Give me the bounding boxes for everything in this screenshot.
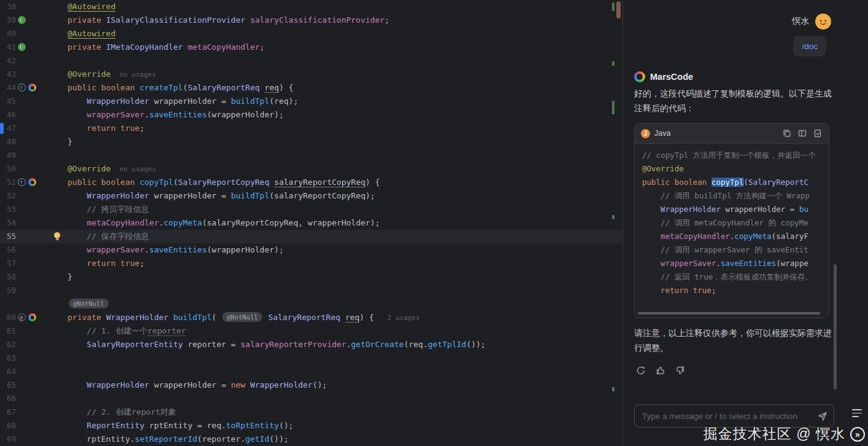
line-number[interactable]: 56	[7, 243, 16, 257]
line-number[interactable]: 66	[7, 392, 16, 405]
editor-line[interactable]: 61 // 1. 创建一个reporter	[0, 324, 622, 338]
editor-line[interactable]: 52 WrapperHolder wrapperHolder = buildTp…	[0, 189, 622, 203]
line-number[interactable]: 50	[7, 162, 16, 176]
thumbs-up-icon[interactable]	[655, 365, 666, 376]
editor-line[interactable]: 66	[0, 392, 622, 405]
editor-line[interactable]: 41private IMetaCopyHandler metaCopyHandl…	[0, 41, 622, 54]
send-icon[interactable]	[818, 411, 827, 421]
editor-line[interactable]: 42	[0, 54, 622, 68]
code-token: WrapperHolder	[68, 96, 154, 106]
code-token: ISalaryClassificationProvider	[106, 15, 250, 25]
line-number[interactable]: 58	[7, 270, 16, 284]
line-number[interactable]: 46	[7, 108, 16, 122]
line-number[interactable]: 40	[7, 27, 16, 41]
editor-scrollbar[interactable]	[613, 0, 622, 446]
editor-line[interactable]: 51public boolean copyTpl(SalaryReportCop…	[0, 176, 622, 189]
chat-input-box[interactable]	[634, 404, 834, 428]
line-number[interactable]: 45	[7, 95, 16, 108]
code-editor[interactable]: 38@Autowired39private ISalaryClassificat…	[0, 0, 622, 446]
code-token: wrapperSaver	[642, 259, 716, 268]
editor-line[interactable]: 47 return true;	[0, 122, 622, 135]
editor-line[interactable]: 55 // 保存字段信息	[0, 230, 622, 243]
code-token: buildTpl	[231, 96, 269, 106]
line-number[interactable]: 57	[7, 257, 16, 270]
regenerate-icon[interactable]	[635, 365, 646, 376]
copy-icon[interactable]	[782, 128, 792, 138]
line-number[interactable]: 42	[7, 54, 16, 68]
line-number[interactable]: 53	[7, 203, 16, 216]
line-number[interactable]: 61	[7, 324, 16, 338]
code-token: @Override	[642, 164, 684, 173]
apply-code-icon[interactable]	[813, 128, 823, 138]
line-number[interactable]: 44	[7, 81, 16, 95]
line-number[interactable]: 62	[7, 338, 16, 351]
chat-input[interactable]	[641, 411, 818, 421]
insert-code-icon[interactable]	[797, 128, 807, 138]
overrides-method-icon[interactable]	[18, 178, 26, 186]
spring-bean-icon[interactable]	[18, 16, 26, 24]
overrides-method-icon[interactable]	[18, 84, 26, 92]
line-number[interactable]: 69	[7, 432, 16, 446]
editor-line[interactable]: 62 SalaryReporterEntity reporter = salar…	[0, 338, 622, 351]
editor-line[interactable]: 39private ISalaryClassificationProvider …	[0, 14, 622, 27]
chat-scrollbar[interactable]	[834, 264, 837, 389]
editor-line[interactable]: 49	[0, 149, 622, 162]
editor-line[interactable]: 53 // 拷贝字段信息	[0, 203, 622, 216]
line-number[interactable]: 68	[7, 419, 16, 432]
editor-line[interactable]: 68 ReportEntity rptEntity = req.toRptEnt…	[0, 419, 622, 432]
editor-line[interactable]: 59	[0, 284, 622, 297]
editor-line[interactable]: 38@Autowired	[0, 0, 622, 14]
editor-line[interactable]: 65 WrapperHolder wrapperHolder = new Wra…	[0, 378, 622, 392]
thumbs-down-icon[interactable]	[675, 365, 686, 376]
line-number[interactable]: 65	[7, 378, 16, 392]
line-number[interactable]: 38	[7, 0, 16, 14]
horizontal-scrollbar[interactable]	[638, 312, 820, 315]
editor-line[interactable]: 56 wrapperSaver.saveEntities(wrapperHold…	[0, 243, 622, 257]
marscode-ai-icon[interactable]	[28, 178, 36, 186]
code-token: // 保存字段信息	[68, 232, 149, 241]
editor-line[interactable]: 54 metaCopyHandler.copyMeta(salaryReport…	[0, 216, 622, 230]
editor-line[interactable]: 69 rptEntity.setReporterId(reporter.getI…	[0, 432, 622, 446]
editor-line[interactable]: 45 WrapperHolder wrapperHolder = buildTp…	[0, 95, 622, 108]
editor-line[interactable]: 60private WrapperHolder buildTpl( @NotNu…	[0, 311, 622, 324]
editor-line[interactable]: 58}	[0, 270, 622, 284]
editor-line[interactable]: 64	[0, 365, 622, 378]
line-number[interactable]: 55	[7, 230, 16, 243]
line-number[interactable]: 54	[7, 216, 16, 230]
code-line-text: // 保存字段信息	[68, 230, 613, 243]
line-number[interactable]: 59	[7, 284, 16, 297]
line-number[interactable]: 47	[7, 122, 16, 135]
editor-line[interactable]: 44public boolean createTpl(SalaryReportR…	[0, 81, 622, 95]
line-number[interactable]: 39	[7, 14, 16, 27]
line-number[interactable]: 63	[7, 351, 16, 365]
code-token: new	[231, 380, 250, 389]
editor-line[interactable]: 48}	[0, 135, 622, 149]
editor-line[interactable]: 63	[0, 351, 622, 365]
editor-line[interactable]: 57 return true;	[0, 257, 622, 270]
spring-bean-icon[interactable]	[18, 43, 26, 51]
line-number[interactable]: 41	[7, 41, 16, 54]
intention-bulb-icon[interactable]	[54, 232, 60, 238]
editor-line[interactable]: @NotNull	[0, 297, 622, 311]
editor-line[interactable]: 50@Overrideno usages	[0, 162, 622, 176]
editor-line[interactable]: 46 wrapperSaver.saveEntities(wrapperHold…	[0, 108, 622, 122]
editor-line[interactable]: 40@Autowired	[0, 27, 622, 41]
line-number[interactable]: 49	[7, 149, 16, 162]
line-number[interactable]: 43	[7, 68, 16, 81]
marscode-ai-icon[interactable]	[28, 313, 36, 321]
line-number[interactable]: 51	[7, 176, 16, 189]
line-number[interactable]: 64	[7, 365, 16, 378]
editor-line[interactable]: 67 // 2. 创建report对象	[0, 405, 622, 419]
line-number[interactable]: 67	[7, 405, 16, 419]
line-number[interactable]: 52	[7, 189, 16, 203]
code-token: bu	[799, 205, 808, 214]
line-number[interactable]: 60	[7, 311, 16, 324]
scrollbar-thumb[interactable]	[616, 1, 621, 18]
line-number[interactable]: 48	[7, 135, 16, 149]
marscode-ai-icon[interactable]	[28, 84, 36, 92]
editor-line[interactable]: 43@Overrideno usages	[0, 68, 622, 81]
code-token: (req.	[404, 340, 428, 349]
instruction-menu-icon[interactable]	[852, 409, 862, 417]
code-line-text: @Overrideno usages	[68, 68, 613, 82]
annotation-icon[interactable]	[18, 313, 26, 321]
